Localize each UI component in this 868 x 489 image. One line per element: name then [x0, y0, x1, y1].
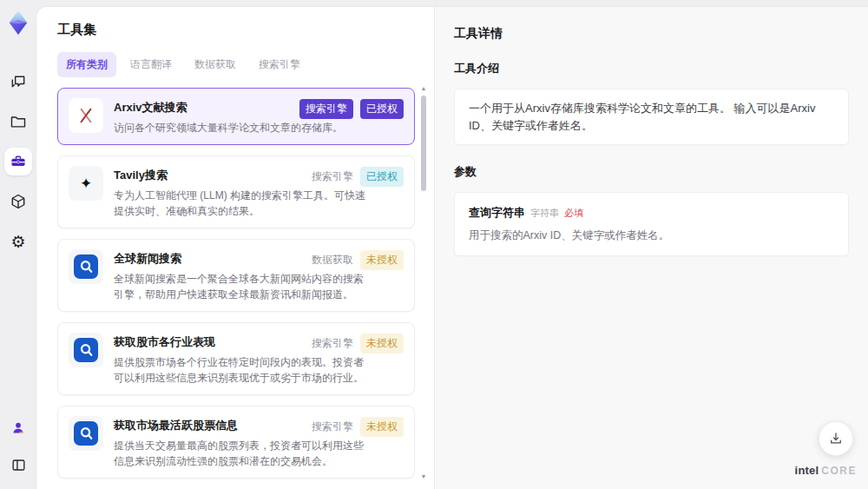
category-tab-0[interactable]: 所有类别: [57, 52, 116, 77]
param-header: 查询字符串 字符串 必填: [469, 205, 834, 221]
folder-icon[interactable]: [4, 108, 32, 135]
tavily-icon: ✦: [69, 166, 103, 201]
scrollbar[interactable]: ▲ ▼: [419, 85, 428, 480]
tool-card-1[interactable]: ✦ Tavily搜索 专为人工智能代理 (LLM) 构建的搜索引擎工具。可快速提…: [57, 155, 415, 228]
q-search-icon: [74, 338, 98, 362]
param-required-badge: 必填: [564, 207, 583, 220]
scroll-up-icon[interactable]: ▲: [419, 85, 428, 92]
tool-category-tag: 搜索引擎: [312, 417, 353, 437]
scroll-down-icon[interactable]: ▼: [419, 473, 428, 480]
param-name: 查询字符串: [469, 205, 525, 221]
tool-auth-badge: 未授权: [360, 334, 404, 354]
tool-category-tag: 搜索引擎: [299, 99, 353, 119]
qblue-icon: [69, 416, 103, 451]
q-search-icon: [74, 254, 98, 279]
rail-bottom: [4, 414, 32, 489]
params-heading: 参数: [454, 164, 849, 180]
rail-nav: ⚙: [4, 68, 32, 255]
tool-category-tag: 数据获取: [312, 250, 353, 270]
tool-tags: 数据获取 未授权: [312, 250, 404, 270]
q-search-icon: [74, 421, 98, 446]
tool-card-3[interactable]: 获取股市各行业表现 提供股票市场各个行业在特定时间段内的表现。投资者可以利用这些…: [57, 322, 415, 395]
tool-list: Arxiv文献搜索 访问各个研究领域大量科学论文和文章的存储库。 搜索引擎 已授…: [57, 88, 415, 489]
tool-detail-panel: 工具详情 工具介绍 一个用于从Arxiv存储库搜索科学论文和文章的工具。 输入可…: [434, 7, 868, 489]
scrollbar-thumb[interactable]: [421, 96, 426, 191]
tool-description: 专为人工智能代理 (LLM) 构建的搜索引擎工具。可快速提供实时、准确和真实的结…: [114, 188, 367, 219]
tool-description: 提供当天交易量最高的股票列表，投资者可以利用这些信息来识别流动性强的股票和潜在的…: [114, 438, 367, 469]
tool-auth-badge: 未授权: [360, 417, 404, 437]
tool-auth-badge: 未授权: [360, 250, 404, 270]
tool-tags: 搜索引擎 未授权: [312, 334, 404, 354]
param-box: 查询字符串 字符串 必填 用于搜索的Arxiv ID、关键字或作者姓名。: [454, 192, 849, 256]
cube-icon[interactable]: [4, 188, 32, 215]
category-tab-1[interactable]: 语言翻译: [122, 52, 181, 77]
intro-text: 一个用于从Arxiv存储库搜索科学论文和文章的工具。 输入可以是Arxiv ID…: [469, 100, 834, 134]
page-title: 工具集: [57, 22, 434, 38]
tavily-star-icon: ✦: [80, 176, 92, 191]
param-type: 字符串: [530, 207, 559, 220]
user-avatar-icon[interactable]: [4, 414, 32, 442]
arxiv-icon: [69, 98, 103, 133]
tool-auth-badge: 已授权: [360, 99, 404, 119]
intel-core-logo: intel core: [795, 464, 857, 477]
collapse-panel-icon[interactable]: [4, 451, 32, 479]
chat-icon[interactable]: [4, 68, 32, 96]
left-rail: ⚙: [0, 0, 36, 489]
toolbox-icon[interactable]: [4, 148, 32, 175]
tool-tags: 搜索引擎 已授权: [312, 167, 404, 187]
settings-gear-icon[interactable]: ⚙: [4, 228, 32, 255]
intel-brand-text: intel: [795, 464, 819, 477]
tool-card-0[interactable]: Arxiv文献搜索 访问各个研究领域大量科学论文和文章的存储库。 搜索引擎 已授…: [57, 88, 415, 145]
qblue-icon: [69, 333, 103, 367]
tool-tags: 搜索引擎 未授权: [312, 417, 404, 437]
tool-description: 提供股票市场各个行业在特定时间段内的表现。投资者可以利用这些信息来识别表现优于或…: [114, 354, 367, 386]
category-tab-3[interactable]: 搜索引擎: [250, 52, 309, 77]
tool-list-panel: 工具集 所有类别语言翻译数据获取搜索引擎 Arxiv文献搜索 访问各个研究领域大…: [36, 7, 434, 489]
tool-auth-badge: 已授权: [360, 167, 404, 187]
tool-category-tag: 搜索引擎: [312, 334, 353, 354]
intro-box: 一个用于从Arxiv存储库搜索科学论文和文章的工具。 输入可以是Arxiv ID…: [454, 89, 849, 145]
category-tab-2[interactable]: 数据获取: [186, 52, 245, 77]
tool-card-2[interactable]: 全球新闻搜索 全球新闻搜索是一个聚合全球各大新闻网站内容的搜索引擎，帮助用户快速…: [57, 239, 415, 312]
app-window: ⚙ 工具集 所有类别语言翻译数据获取搜索引擎: [0, 0, 868, 489]
qblue-icon: [69, 249, 103, 284]
tool-tags: 搜索引擎 已授权: [299, 99, 404, 119]
core-brand-text: core: [821, 465, 857, 477]
main-content: 工具集 所有类别语言翻译数据获取搜索引擎 Arxiv文献搜索 访问各个研究领域大…: [36, 7, 868, 489]
download-button[interactable]: [819, 421, 853, 456]
tool-card-4[interactable]: 获取市场最活跃股票信息 提供当天交易量最高的股票列表，投资者可以利用这些信息来识…: [57, 406, 415, 479]
tool-description: 全球新闻搜索是一个聚合全球各大新闻网站内容的搜索引擎，帮助用户快速获取全球最新资…: [114, 271, 367, 302]
tool-description: 访问各个研究领域大量科学论文和文章的存储库。: [114, 120, 343, 135]
category-tabs: 所有类别语言翻译数据获取搜索引擎: [57, 52, 434, 77]
param-description: 用于搜索的Arxiv ID、关键字或作者姓名。: [469, 228, 834, 245]
detail-title: 工具详情: [454, 26, 849, 42]
app-logo-icon: [5, 9, 31, 36]
intro-heading: 工具介绍: [454, 61, 849, 76]
tool-category-tag: 搜索引擎: [312, 167, 353, 187]
